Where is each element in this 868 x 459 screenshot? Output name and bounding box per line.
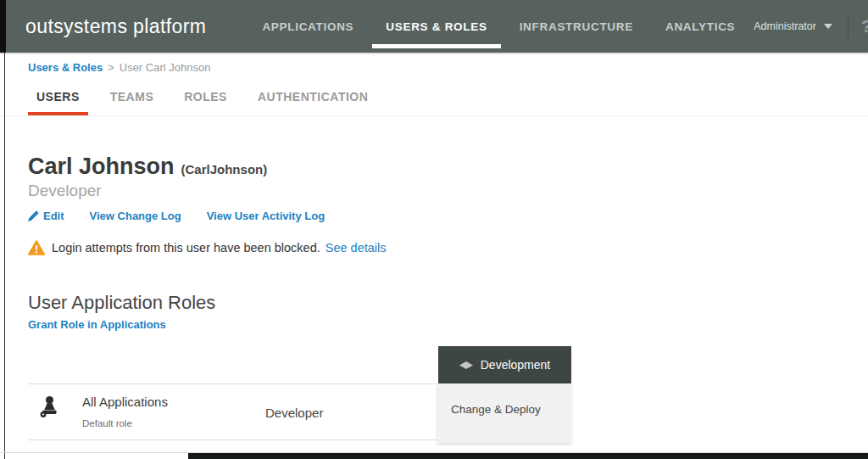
user-application-roles-title: User Application Roles <box>28 292 215 314</box>
warning-triangle-icon <box>28 240 45 255</box>
application-stamp-icon <box>39 395 59 423</box>
login-blocked-warning: Login attempts from this user have been … <box>28 240 387 255</box>
section-tabs: USERS TEAMS ROLES AUTHENTICATION <box>0 81 868 116</box>
edit-link[interactable]: Edit <box>28 210 64 222</box>
nav-applications[interactable]: APPLICATIONS <box>248 0 367 53</box>
environment-diamond-icon <box>459 361 473 369</box>
environment-header-label: Development <box>481 358 551 372</box>
permission-cell-development[interactable]: Change & Deploy <box>437 383 571 443</box>
nav-analytics[interactable]: ANALYTICS <box>652 0 748 53</box>
environment-column-header: Development <box>438 346 571 383</box>
tab-teams[interactable]: TEAMS <box>102 81 163 115</box>
help-icon[interactable]: ? <box>861 17 868 36</box>
warning-message: Login attempts from this user have been … <box>52 241 320 255</box>
primary-nav: APPLICATIONS USERS & ROLES INFRASTRUCTUR… <box>248 0 754 53</box>
view-change-log-label: View Change Log <box>90 210 181 222</box>
window-left-edge <box>0 0 6 53</box>
tab-users[interactable]: USERS <box>28 81 88 115</box>
administrator-menu[interactable]: Administrator <box>754 20 832 32</box>
administrator-menu-label: Administrator <box>754 20 816 32</box>
view-user-activity-log-link[interactable]: View User Activity Log <box>207 210 325 222</box>
nav-infrastructure[interactable]: INFRASTRUCTURE <box>506 0 647 53</box>
page-title-user-name: Carl Johnson(CarlJohnson) <box>28 154 267 180</box>
bottom-dark-bar <box>188 453 868 459</box>
tab-authentication[interactable]: AUTHENTICATION <box>249 81 376 115</box>
breadcrumb: Users & Roles > User Carl Johnson <box>0 53 868 81</box>
pencil-icon <box>28 210 39 221</box>
topbar-divider <box>848 15 849 37</box>
outsystems-logo[interactable]: outsystems platform <box>25 15 206 38</box>
tab-roles[interactable]: ROLES <box>175 81 236 115</box>
user-role-subtitle: Developer <box>28 182 102 200</box>
breadcrumb-separator: > <box>108 61 114 74</box>
application-note: Default role <box>82 418 132 428</box>
table-row-all-applications: All Applications Default role Developer <box>28 383 437 440</box>
screenshot-frame: outsystems platform APPLICATIONS USERS &… <box>0 0 868 459</box>
user-action-links: Edit View Change Log View User Activity … <box>28 210 350 222</box>
nav-users-roles[interactable]: USERS & ROLES <box>372 0 500 53</box>
see-details-link[interactable]: See details <box>326 241 387 255</box>
granted-role-name: Developer <box>265 406 323 420</box>
view-change-log-link[interactable]: View Change Log <box>90 210 181 222</box>
user-username: (CarlJohnson) <box>181 162 268 176</box>
breadcrumb-current-page: User Carl Johnson <box>120 61 211 74</box>
grant-role-link[interactable]: Grant Role in Applications <box>28 318 166 331</box>
caret-down-icon <box>824 24 832 29</box>
view-user-activity-log-label: View User Activity Log <box>207 210 325 222</box>
window-left-border <box>4 53 5 459</box>
user-full-name: Carl Johnson <box>28 154 175 179</box>
top-navigation-bar: outsystems platform APPLICATIONS USERS &… <box>0 0 868 53</box>
breadcrumb-users-roles-link[interactable]: Users & Roles <box>28 61 103 74</box>
topbar-right-cluster: Administrator ? <box>754 15 868 37</box>
edit-link-label: Edit <box>43 210 64 222</box>
application-name: All Applications <box>82 395 168 409</box>
permission-level-label: Change & Deploy <box>451 403 541 416</box>
